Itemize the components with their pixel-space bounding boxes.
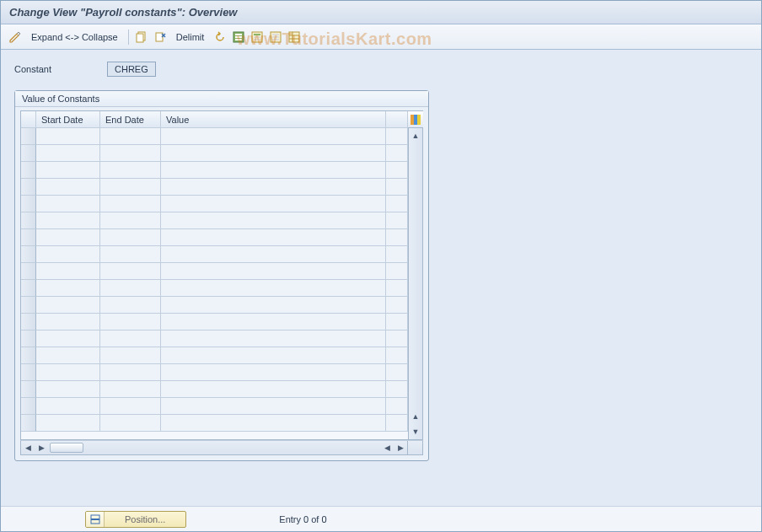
cell-start-date[interactable] (36, 314, 100, 330)
cell-end-date[interactable] (100, 280, 161, 297)
horizontal-scrollbar[interactable]: ◀ ▶ ◀ ▶ (20, 440, 423, 455)
cell-end-date[interactable] (100, 347, 161, 364)
cell-start-date[interactable] (36, 162, 100, 179)
cell-start-date[interactable] (36, 415, 100, 432)
row-select-handle[interactable] (21, 196, 36, 212)
cell-value[interactable] (161, 314, 386, 330)
delimit-button[interactable]: Delimit (171, 30, 210, 44)
cell-end-date[interactable] (100, 330, 161, 347)
vertical-scrollbar[interactable]: ▲ ▲ ▼ (408, 110, 423, 440)
cell-end-date[interactable] (100, 314, 161, 330)
row-select-handle[interactable] (21, 145, 36, 162)
column-header-value[interactable]: Value (161, 111, 386, 128)
cell-end-date[interactable] (100, 145, 161, 162)
cell-start-date[interactable] (36, 280, 100, 297)
row-select-handle[interactable] (21, 246, 36, 263)
table-row[interactable] (21, 212, 408, 229)
row-select-handle[interactable] (21, 263, 36, 280)
scroll-bottom-icon[interactable]: ▼ (409, 425, 422, 438)
table-row[interactable] (21, 145, 408, 162)
row-select-handle[interactable] (21, 330, 36, 347)
scroll-left-icon[interactable]: ◀ (21, 441, 35, 454)
deselect-all-icon[interactable] (268, 30, 283, 45)
cell-start-date[interactable] (36, 263, 100, 280)
cell-end-date[interactable] (100, 179, 161, 196)
table-row[interactable] (21, 196, 408, 212)
cell-end-date[interactable] (100, 398, 161, 415)
cell-value[interactable] (161, 162, 386, 179)
scroll-right-step-icon[interactable]: ▶ (35, 441, 48, 454)
cell-value[interactable] (161, 381, 386, 398)
table-row[interactable] (21, 330, 408, 347)
cell-start-date[interactable] (36, 398, 100, 415)
table-row[interactable] (21, 347, 408, 364)
row-select-handle[interactable] (21, 381, 36, 398)
table-row[interactable] (21, 229, 408, 246)
cell-start-date[interactable] (36, 347, 100, 364)
scroll-up-icon[interactable]: ▲ (409, 129, 422, 142)
table-row[interactable] (21, 162, 408, 179)
undo-change-icon[interactable] (212, 30, 228, 45)
cell-end-date[interactable] (100, 212, 161, 229)
table-row[interactable] (21, 314, 408, 330)
cell-end-date[interactable] (100, 162, 161, 179)
cell-start-date[interactable] (36, 364, 100, 381)
cell-value[interactable] (161, 415, 386, 432)
row-select-handle[interactable] (21, 229, 36, 246)
table-row[interactable] (21, 415, 408, 432)
cell-value[interactable] (161, 297, 386, 314)
table-row[interactable] (21, 364, 408, 381)
scroll-down-icon[interactable]: ▲ (409, 410, 422, 423)
row-select-handle[interactable] (21, 212, 36, 229)
cell-end-date[interactable] (100, 364, 161, 381)
row-select-handle[interactable] (21, 162, 36, 179)
row-select-handle[interactable] (21, 297, 36, 314)
column-header-start-date[interactable]: Start Date (36, 111, 100, 128)
row-select-handle[interactable] (21, 314, 36, 330)
cell-value[interactable] (161, 347, 386, 364)
cell-end-date[interactable] (100, 246, 161, 263)
cell-end-date[interactable] (100, 196, 161, 212)
cell-start-date[interactable] (36, 229, 100, 246)
cell-value[interactable] (161, 145, 386, 162)
hscroll-thumb[interactable] (50, 443, 83, 453)
cell-value[interactable] (161, 229, 386, 246)
copy-as-icon[interactable] (134, 30, 149, 45)
table-row[interactable] (21, 263, 408, 280)
select-block-icon[interactable] (250, 30, 265, 45)
cell-value[interactable] (161, 179, 386, 196)
row-select-handle[interactable] (21, 128, 36, 145)
row-select-handle[interactable] (21, 347, 36, 364)
cell-start-date[interactable] (36, 212, 100, 229)
cell-start-date[interactable] (36, 297, 100, 314)
cell-end-date[interactable] (100, 297, 161, 314)
table-settings-icon[interactable] (287, 30, 302, 45)
table-row[interactable] (21, 297, 408, 314)
table-row[interactable] (21, 179, 408, 196)
cell-start-date[interactable] (36, 179, 100, 196)
cell-value[interactable] (161, 246, 386, 263)
table-row[interactable] (21, 381, 408, 398)
cell-value[interactable] (161, 263, 386, 280)
scroll-left-end-icon[interactable]: ◀ (380, 441, 394, 454)
column-header-end-date[interactable]: End Date (100, 111, 161, 128)
table-row[interactable] (21, 398, 408, 415)
expand-collapse-button[interactable]: Expand <-> Collapse (26, 30, 123, 44)
delete-icon[interactable] (153, 30, 168, 45)
select-all-icon[interactable] (231, 30, 246, 45)
cell-end-date[interactable] (100, 381, 161, 398)
configure-columns-icon[interactable] (408, 111, 423, 128)
cell-value[interactable] (161, 330, 386, 347)
cell-value[interactable] (161, 398, 386, 415)
cell-value[interactable] (161, 196, 386, 212)
table-row[interactable] (21, 280, 408, 297)
cell-value[interactable] (161, 128, 386, 145)
cell-start-date[interactable] (36, 128, 100, 145)
row-select-handle[interactable] (21, 398, 36, 415)
scroll-right-end-icon[interactable]: ▶ (394, 441, 407, 454)
cell-start-date[interactable] (36, 330, 100, 347)
cell-value[interactable] (161, 364, 386, 381)
cell-end-date[interactable] (100, 229, 161, 246)
cell-end-date[interactable] (100, 263, 161, 280)
cell-start-date[interactable] (36, 145, 100, 162)
